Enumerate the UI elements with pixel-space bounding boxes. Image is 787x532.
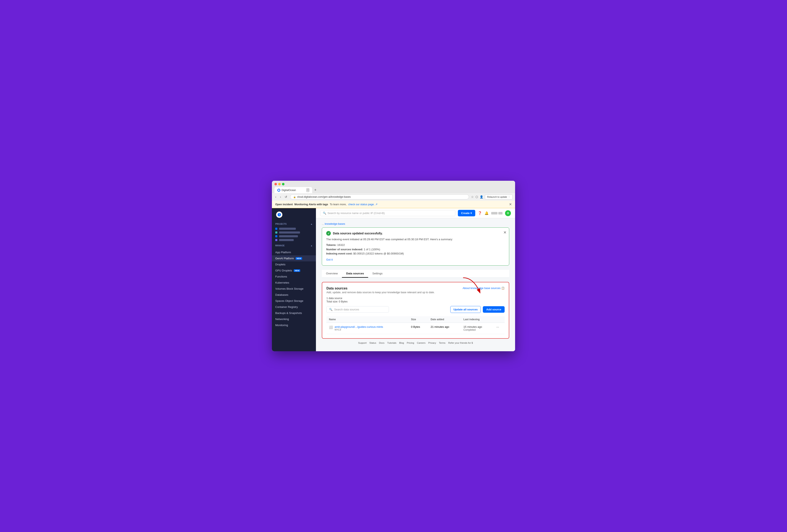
project-item-1[interactable] (272, 227, 316, 230)
new-tab-button[interactable]: + (313, 187, 318, 193)
address-bar[interactable]: 🔒 cloud.digitalocean.com/gen-ai/knowledg… (290, 194, 469, 199)
about-link[interactable]: About knowledge base sources 📋 (463, 287, 505, 290)
project-item-3[interactable] (272, 235, 316, 238)
forward-button[interactable]: › (279, 195, 282, 199)
sources-line: Number of sources indexed: 1 of 1 (100%) (326, 247, 505, 252)
tabs-bar: Overview Data sources Settings (322, 270, 509, 278)
sidebar-item-networking[interactable]: Networking (272, 316, 316, 322)
footer-tutorials[interactable]: Tutorials (387, 341, 397, 344)
sidebar-item-spaces[interactable]: Spaces Object Storage (272, 298, 316, 304)
footer-blog[interactable]: Blog (399, 341, 404, 344)
update-all-sources-button[interactable]: Update all sources (450, 306, 481, 313)
success-description: The indexing event initiated at 05:29:48… (326, 237, 505, 242)
data-sources-title: Data sources (326, 287, 434, 290)
incident-label: Open incident (275, 203, 293, 206)
create-button[interactable]: Create ▾ (458, 210, 475, 216)
back-button[interactable]: ‹ (274, 195, 277, 199)
project-name-2 (279, 231, 300, 234)
relaunch-button[interactable]: Relaunch to update ⋮ (485, 195, 513, 199)
user-avatar[interactable]: O (505, 210, 511, 216)
sidebar-item-monitoring[interactable]: Monitoring (272, 322, 316, 328)
sidebar-item-label: App Platform (275, 251, 291, 254)
maximize-dot[interactable] (282, 183, 284, 185)
team-selector-2 (498, 212, 503, 215)
footer-pricing[interactable]: Pricing (407, 341, 414, 344)
close-dot[interactable] (274, 183, 277, 185)
genai-new-badge: New (296, 257, 302, 260)
sidebar-item-label: Container Registry (275, 305, 298, 309)
footer-privacy[interactable]: Privacy (428, 341, 436, 344)
sidebar-item-container-registry[interactable]: Container Registry (272, 304, 316, 310)
incident-close-button[interactable]: ✕ (509, 202, 512, 206)
sidebar-item-gpu-droplets[interactable]: GPU Droplets New (272, 267, 316, 273)
tab-overview[interactable]: Overview (322, 270, 342, 278)
footer-careers[interactable]: Careers (417, 341, 426, 344)
incident-text: To learn more, (330, 203, 346, 206)
logo-icon (276, 212, 282, 218)
manage-chevron: ▲ (311, 244, 313, 247)
gpu-new-badge: New (294, 269, 300, 272)
breadcrumb-link[interactable]: knowledge-bases (325, 222, 345, 225)
tab-close-button[interactable]: ✕ (306, 188, 309, 192)
footer: Support Status Docs Tutorials Blog Prici… (322, 339, 509, 347)
minimize-dot[interactable] (278, 183, 281, 185)
extensions-icon[interactable]: ⬡ (475, 195, 478, 199)
source-date-added: 21 minutes ago (428, 323, 461, 334)
footer-refer[interactable]: Refer your friends for $ (448, 341, 473, 344)
got-it-link[interactable]: Got it (326, 258, 333, 261)
col-size: Size (409, 316, 428, 323)
footer-terms[interactable]: Terms (439, 341, 446, 344)
sidebar-item-label: Droplets (275, 263, 285, 266)
sidebar-item-label: Databases (275, 293, 288, 296)
table-row: ⬜ amit-playground/.../guides-curious-min… (326, 323, 505, 334)
sidebar-item-functions[interactable]: Functions (272, 273, 316, 280)
sidebar-item-label: Monitoring (275, 324, 288, 327)
tab-settings[interactable]: Settings (368, 270, 387, 278)
col-name: Name (326, 316, 409, 323)
profile-icon[interactable]: 👤 (480, 195, 483, 199)
tokens-line: Tokens: 16322 (326, 243, 505, 247)
sidebar-item-app-platform[interactable]: App Platform (272, 249, 316, 255)
tab-data-sources[interactable]: Data sources (342, 270, 368, 278)
reload-button[interactable]: ↺ (284, 195, 288, 199)
footer-support[interactable]: Support (358, 341, 366, 344)
browser-tab-active[interactable]: DigitalOcean ✕ (274, 187, 312, 193)
project-color-4 (275, 239, 277, 241)
success-alert: ✕ ✓ Data sources updated successfully. T… (322, 227, 509, 266)
create-chevron-icon: ▾ (470, 212, 472, 215)
sidebar-item-label: Volumes Block Storage (275, 287, 303, 290)
search-sources-icon: 🔍 (329, 308, 333, 311)
status-page-link[interactable]: check our status page. ↗ (348, 203, 378, 206)
footer-status[interactable]: Status (369, 341, 376, 344)
col-date-added: Date added (428, 316, 461, 323)
incident-bold: Monitoring Alerts with tags (294, 203, 328, 206)
sidebar-item-genai-platform[interactable]: GenAI Platform New (272, 255, 316, 261)
footer-docs[interactable]: Docs (379, 341, 384, 344)
help-icon[interactable]: ❓ (478, 211, 482, 215)
tab-title: DigitalOcean (281, 189, 296, 192)
lock-icon: 🔒 (293, 196, 296, 198)
bookmark-icon[interactable]: ☆ (471, 195, 474, 199)
source-size: Total size: 0 Bytes (326, 300, 505, 303)
sidebar-item-volumes[interactable]: Volumes Block Storage (272, 286, 316, 292)
sidebar-item-databases[interactable]: Databases (272, 292, 316, 298)
url-text: cloud.digitalocean.com/gen-ai/knowledge-… (297, 195, 351, 198)
bell-icon[interactable]: 🔔 (485, 211, 489, 215)
success-close-button[interactable]: ✕ (503, 230, 507, 235)
search-box[interactable]: 🔍 Search by resource name or public IP (… (320, 210, 455, 216)
sidebar-item-kubernetes[interactable]: Kubernetes (272, 280, 316, 286)
sidebar: PROJECTS ▲ (272, 208, 316, 351)
data-sources-card: Data sources Add, update, and remove dat… (322, 282, 509, 339)
project-item-4[interactable] (272, 238, 316, 242)
project-item-2[interactable] (272, 230, 316, 235)
source-name-link[interactable]: amit-playground/.../guides-curious-mints (335, 325, 383, 328)
project-name-1 (279, 228, 296, 230)
project-color-3 (275, 235, 277, 237)
sidebar-item-droplets[interactable]: Droplets (272, 261, 316, 267)
sidebar-manage-items: App Platform GenAI Platform New Droplets… (272, 248, 316, 330)
row-more-menu-button[interactable]: ··· (496, 325, 499, 329)
sidebar-item-backups[interactable]: Backups & Snapshots (272, 310, 316, 316)
search-sources-input[interactable]: 🔍 Search data sources (326, 306, 389, 313)
add-source-button[interactable]: Add source (483, 306, 505, 313)
tab-favicon (277, 189, 280, 192)
